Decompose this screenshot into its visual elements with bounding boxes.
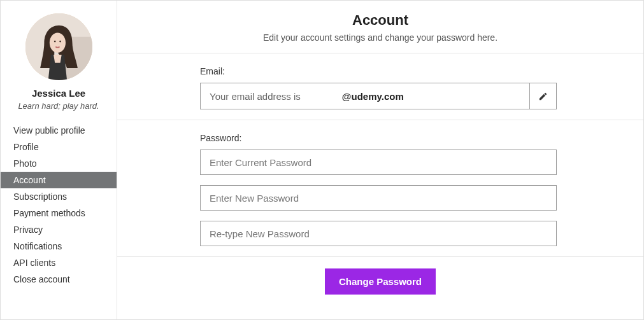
change-password-button[interactable]: Change Password — [325, 268, 436, 295]
sidebar-item-label: Account — [13, 175, 46, 185]
profile-tagline: Learn hard; play hard. — [18, 101, 99, 111]
main-content: Account Edit your account settings and c… — [117, 1, 643, 319]
sidebar: Jessica Lee Learn hard; play hard. View … — [1, 1, 117, 319]
password-section: Password: — [117, 120, 643, 256]
sidebar-item-privacy[interactable]: Privacy — [1, 221, 117, 238]
footer-actions: Change Password — [117, 256, 643, 306]
sidebar-item-label: API clients — [13, 258, 55, 268]
sidebar-item-label: Privacy — [13, 225, 43, 235]
email-label: Email: — [200, 66, 561, 76]
sidebar-item-close-account[interactable]: Close account — [1, 271, 117, 288]
sidebar-item-label: Photo — [13, 158, 37, 169]
email-section: Email: Your email address is @udemy.com — [117, 53, 643, 120]
avatar-image — [25, 13, 92, 80]
sidebar-item-label: Close account — [13, 274, 70, 284]
sidebar-item-api-clients[interactable]: API clients — [1, 254, 117, 271]
sidebar-item-subscriptions[interactable]: Subscriptions — [1, 188, 117, 205]
sidebar-item-photo[interactable]: Photo — [1, 155, 117, 172]
svg-point-2 — [49, 32, 65, 52]
sidebar-item-label: Profile — [13, 142, 39, 152]
sidebar-item-account[interactable]: Account — [1, 172, 117, 188]
current-password-input[interactable] — [200, 150, 557, 175]
pencil-icon — [538, 92, 548, 101]
svg-point-3 — [54, 41, 55, 43]
sidebar-menu: View public profile Profile Photo Accoun… — [1, 122, 117, 288]
email-row: Your email address is @udemy.com — [200, 83, 557, 109]
page-header: Account Edit your account settings and c… — [117, 1, 643, 53]
retype-password-input[interactable] — [200, 221, 557, 246]
sidebar-item-label: Subscriptions — [13, 191, 67, 202]
sidebar-item-label: Notifications — [13, 241, 62, 251]
new-password-input[interactable] — [200, 185, 557, 211]
edit-email-button[interactable] — [530, 83, 557, 109]
email-domain-text: @udemy.com — [342, 91, 404, 102]
profile-block: Jessica Lee Learn hard; play hard. — [1, 13, 117, 115]
page-title: Account — [130, 12, 631, 29]
avatar[interactable] — [25, 13, 92, 80]
sidebar-item-view-public-profile[interactable]: View public profile — [1, 122, 117, 139]
password-label: Password: — [200, 133, 561, 143]
email-display: Your email address is @udemy.com — [200, 83, 530, 109]
account-settings-page: Jessica Lee Learn hard; play hard. View … — [0, 0, 644, 320]
profile-name: Jessica Lee — [32, 88, 85, 99]
sidebar-item-payment-methods[interactable]: Payment methods — [1, 205, 117, 221]
sidebar-item-profile[interactable]: Profile — [1, 139, 117, 155]
sidebar-item-label: View public profile — [13, 125, 85, 136]
email-prefix-text: Your email address is — [210, 91, 301, 102]
sidebar-item-notifications[interactable]: Notifications — [1, 238, 117, 254]
sidebar-item-label: Payment methods — [13, 208, 85, 218]
svg-point-4 — [59, 41, 61, 43]
page-subtitle: Edit your account settings and change yo… — [130, 32, 631, 43]
